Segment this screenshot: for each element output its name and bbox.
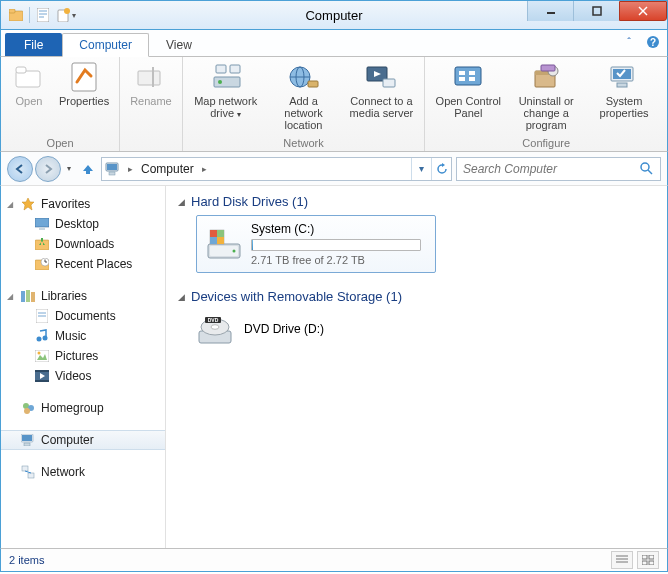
sidebar-libraries[interactable]: ◢Libraries <box>1 286 165 306</box>
add-network-location-button[interactable]: Add a network location <box>265 59 343 133</box>
svg-rect-2 <box>37 8 49 22</box>
minimize-ribbon-icon[interactable]: ˆ <box>621 34 637 50</box>
svg-rect-18 <box>152 67 154 87</box>
drive-name: System (C:) <box>251 222 427 236</box>
svg-rect-9 <box>593 7 601 15</box>
address-bar[interactable]: ▸ Computer ▸ ▾ <box>101 157 452 181</box>
downloads-icon <box>33 236 51 252</box>
qat-new-icon[interactable] <box>54 6 72 24</box>
desktop-icon <box>33 216 51 232</box>
svg-line-47 <box>648 170 652 174</box>
svg-point-83 <box>233 250 236 253</box>
connect-media-button[interactable]: Connect to a media server <box>342 59 420 121</box>
breadcrumb-root[interactable]: Computer <box>137 162 198 176</box>
svg-point-64 <box>43 336 48 341</box>
recent-locations-icon[interactable]: ▾ <box>63 164 75 173</box>
star-icon <box>19 196 37 212</box>
help-icon[interactable]: ? <box>645 34 661 50</box>
crumb-arrow-icon[interactable]: ▸ <box>198 164 211 174</box>
map-network-drive-button[interactable]: Map network drive ▾ <box>187 59 265 123</box>
up-button[interactable] <box>79 160 97 178</box>
sidebar-music[interactable]: Music <box>1 326 165 346</box>
svg-rect-29 <box>383 79 395 87</box>
details-view-button[interactable] <box>611 551 633 569</box>
minimize-button[interactable] <box>527 1 573 21</box>
search-box[interactable] <box>456 157 661 181</box>
qat-separator <box>29 7 30 23</box>
svg-text:?: ? <box>650 37 656 48</box>
qat-properties-icon[interactable] <box>34 6 52 24</box>
properties-button[interactable]: Properties <box>53 59 115 109</box>
svg-point-67 <box>38 352 41 355</box>
svg-rect-41 <box>617 83 627 87</box>
titlebar: ▾ Computer <box>0 0 668 30</box>
view-tab[interactable]: View <box>149 33 209 56</box>
collapse-icon[interactable]: ◢ <box>178 197 185 207</box>
svg-point-46 <box>641 163 649 171</box>
svg-point-7 <box>64 8 70 14</box>
file-tab[interactable]: File <box>5 33 62 56</box>
svg-rect-97 <box>642 555 647 559</box>
search-input[interactable] <box>463 162 640 176</box>
control-panel-button[interactable]: Open Control Panel <box>429 59 507 121</box>
collapse-icon[interactable]: ◢ <box>178 292 185 302</box>
svg-point-91 <box>211 325 219 330</box>
svg-rect-79 <box>28 473 34 478</box>
sidebar-videos[interactable]: Videos <box>1 366 165 386</box>
address-dropdown-icon[interactable]: ▾ <box>411 158 431 180</box>
sidebar-recent[interactable]: Recent Places <box>1 254 165 274</box>
system-properties-button[interactable]: System properties <box>585 59 663 121</box>
homegroup-icon <box>19 400 37 416</box>
network-icon <box>19 464 37 480</box>
svg-rect-1 <box>9 9 15 13</box>
ribbon-tabs: File Computer View ˆ ? <box>0 30 668 56</box>
rename-button[interactable]: Rename <box>124 59 178 109</box>
ribbon-group-rename: Rename <box>120 57 183 151</box>
drive-dvd[interactable]: DVD DVD Drive (D:) <box>196 310 655 348</box>
qat-folder-icon[interactable] <box>7 6 25 24</box>
dvd-icon: DVD <box>196 310 234 348</box>
computer-tab[interactable]: Computer <box>62 33 149 57</box>
disk-usage-bar <box>251 239 421 251</box>
back-button[interactable] <box>7 156 33 182</box>
main-panel: ◢Hard Disk Drives (1) System (C:) 2.71 T… <box>166 186 667 548</box>
svg-point-74 <box>24 408 30 414</box>
sidebar-downloads[interactable]: Downloads <box>1 234 165 254</box>
sidebar-pictures[interactable]: Pictures <box>1 346 165 366</box>
collapse-icon[interactable]: ◢ <box>7 292 19 301</box>
sidebar-computer[interactable]: Computer <box>1 430 165 450</box>
svg-rect-58 <box>26 290 30 302</box>
ribbon-group-label-network: Network <box>187 137 421 151</box>
svg-line-80 <box>25 471 31 473</box>
collapse-icon[interactable]: ◢ <box>7 200 19 209</box>
svg-rect-76 <box>22 435 32 441</box>
sidebar-documents[interactable]: Documents <box>1 306 165 326</box>
uninstall-button[interactable]: Uninstall or change a program <box>507 59 585 133</box>
drive-info: System (C:) 2.71 TB free of 2.72 TB <box>251 222 427 266</box>
uninstall-icon <box>530 61 562 93</box>
maximize-button[interactable] <box>573 1 619 21</box>
window-buttons <box>527 1 667 21</box>
sidebar-homegroup[interactable]: Homegroup <box>1 398 165 418</box>
qat-dropdown-icon[interactable]: ▾ <box>72 11 76 20</box>
category-hdd[interactable]: ◢Hard Disk Drives (1) <box>178 194 655 209</box>
sidebar-desktop[interactable]: Desktop <box>1 214 165 234</box>
sidebar-favorites[interactable]: ◢Favorites <box>1 194 165 214</box>
close-button[interactable] <box>619 1 667 21</box>
ribbon-group-network: Map network drive ▾ Add a network locati… <box>183 57 426 151</box>
forward-button[interactable] <box>35 156 61 182</box>
ribbon-group-open: Open Properties Open <box>1 57 120 151</box>
svg-rect-59 <box>31 292 35 302</box>
sidebar-network[interactable]: Network <box>1 462 165 482</box>
category-removable[interactable]: ◢Devices with Removable Storage (1) <box>178 289 655 304</box>
music-icon <box>33 328 51 344</box>
crumb-arrow-icon[interactable]: ▸ <box>124 164 137 174</box>
open-button[interactable]: Open <box>5 59 53 109</box>
svg-rect-57 <box>21 291 25 302</box>
icons-view-button[interactable] <box>637 551 659 569</box>
svg-rect-86 <box>217 230 224 237</box>
sidebar: ◢Favorites Desktop Downloads Recent Plac… <box>1 186 166 548</box>
search-icon[interactable] <box>640 162 654 176</box>
drive-system[interactable]: System (C:) 2.71 TB free of 2.72 TB <box>196 215 436 273</box>
refresh-icon[interactable] <box>431 158 451 180</box>
